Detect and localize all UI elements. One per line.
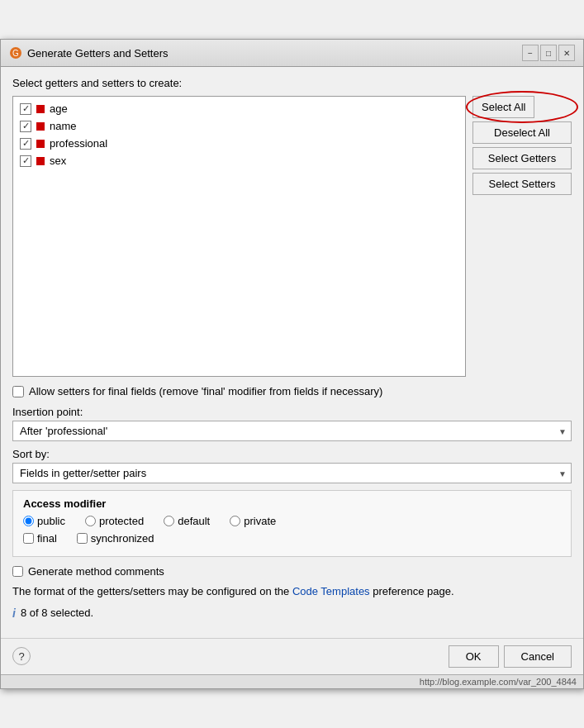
insertion-point-label: Insertion point: <box>12 406 572 418</box>
access-modifier-radios: public protected default private <box>23 515 561 527</box>
field-name-label: name <box>50 120 77 132</box>
radio-default-label: default <box>178 515 210 527</box>
field-name-label: sex <box>50 155 66 167</box>
radio-public-label: public <box>37 515 65 527</box>
radio-private: private <box>230 515 276 527</box>
close-button[interactable]: ✕ <box>558 45 575 61</box>
svg-text:G: G <box>12 49 19 58</box>
sort-by-select[interactable]: Fields in getter/setter pairsGetter/sett… <box>12 463 572 483</box>
insertion-point-wrapper: After 'professional'After last fieldBefo… <box>12 421 572 441</box>
status-count: 8 of 8 selected. <box>21 607 93 619</box>
section-label: Select getters and setters to create: <box>12 77 572 89</box>
field-type-icon <box>36 157 45 165</box>
select-all-button[interactable]: Select All <box>472 96 534 118</box>
main-content: agenameprofessionalsex Select All Desele… <box>12 96 572 377</box>
final-label: final <box>37 532 57 545</box>
radio-private-input[interactable] <box>230 516 240 526</box>
buttons-panel: Select All Deselect All Select Getters S… <box>472 96 572 377</box>
footer-left: ? <box>12 647 31 665</box>
insertion-point-select[interactable]: After 'professional'After last fieldBefo… <box>12 421 572 441</box>
select-setters-button[interactable]: Select Setters <box>472 173 572 195</box>
dialog-body: Select getters and setters to create: ag… <box>1 67 583 637</box>
radio-protected: protected <box>85 515 144 527</box>
radio-private-label: private <box>244 515 276 527</box>
access-modifier-title: Access modifier <box>23 497 561 510</box>
field-checkbox[interactable] <box>20 121 31 132</box>
radio-public: public <box>23 515 65 527</box>
radio-public-input[interactable] <box>23 516 34 526</box>
code-templates-link[interactable]: Code Templates <box>292 585 370 597</box>
list-item[interactable]: sex <box>13 152 465 169</box>
info-text-before: The format of the getters/setters may be… <box>12 585 292 597</box>
generate-comments-label: Generate method comments <box>28 565 164 578</box>
dialog-footer: ? OK Cancel <box>1 638 583 674</box>
radio-default-input[interactable] <box>164 516 174 526</box>
field-checkbox[interactable] <box>20 155 31 167</box>
field-checkbox[interactable] <box>20 138 31 150</box>
radio-default: default <box>164 515 210 527</box>
status-info-row: i 8 of 8 selected. <box>12 607 572 620</box>
info-text-after: preference page. <box>370 585 454 597</box>
ok-button[interactable]: OK <box>449 645 499 668</box>
modifier-checkboxes: final synchronized <box>23 532 561 545</box>
generate-getters-setters-dialog: G Generate Getters and Setters − □ ✕ Sel… <box>0 39 584 688</box>
field-checkbox[interactable] <box>20 103 31 115</box>
select-all-wrapper: Select All <box>472 96 572 118</box>
info-icon: i <box>12 607 16 620</box>
status-bar: http://blog.example.com/var_200_4844 <box>1 674 583 688</box>
dialog-icon: G <box>9 46 22 59</box>
allow-setters-row: Allow setters for final fields (remove '… <box>12 385 572 397</box>
title-bar-controls: − □ ✕ <box>522 45 575 61</box>
allow-setters-checkbox[interactable] <box>12 386 24 397</box>
list-item[interactable]: professional <box>13 135 465 152</box>
field-type-icon <box>36 140 45 148</box>
title-bar: G Generate Getters and Setters − □ ✕ <box>1 40 583 67</box>
final-checkbox[interactable] <box>23 533 34 544</box>
field-name-label: professional <box>50 137 107 150</box>
field-type-icon <box>36 122 45 131</box>
list-item[interactable]: name <box>13 117 465 135</box>
deselect-all-button[interactable]: Deselect All <box>472 121 572 144</box>
sort-by-wrapper: Fields in getter/setter pairsGetter/sett… <box>12 463 572 483</box>
generate-comments-checkbox[interactable] <box>12 566 23 577</box>
sort-by-label: Sort by: <box>12 448 572 460</box>
radio-protected-label: protected <box>99 515 144 527</box>
minimize-button[interactable]: − <box>522 45 539 61</box>
synchronized-label: synchronized <box>91 532 154 545</box>
field-name-label: age <box>50 102 68 115</box>
list-item[interactable]: age <box>13 100 465 117</box>
footer-right: OK Cancel <box>449 645 572 668</box>
generate-comments-row: Generate method comments <box>12 565 572 578</box>
cancel-button[interactable]: Cancel <box>504 645 572 668</box>
fields-list[interactable]: agenameprofessionalsex <box>12 96 466 377</box>
final-checkbox-item: final <box>23 532 57 545</box>
dialog-title: Generate Getters and Setters <box>27 47 169 59</box>
info-text: The format of the getters/setters may be… <box>12 584 572 599</box>
title-bar-left: G Generate Getters and Setters <box>9 46 169 59</box>
field-type-icon <box>36 105 45 113</box>
select-getters-button[interactable]: Select Getters <box>472 147 572 169</box>
insertion-point-group: Insertion point: After 'professional'Aft… <box>12 406 572 441</box>
allow-setters-label: Allow setters for final fields (remove '… <box>29 385 382 397</box>
sort-by-group: Sort by: Fields in getter/setter pairsGe… <box>12 448 572 483</box>
synchronized-checkbox[interactable] <box>77 533 88 544</box>
maximize-button[interactable]: □ <box>540 45 557 61</box>
access-modifier-section: Access modifier public protected default… <box>12 490 572 557</box>
help-button[interactable]: ? <box>12 647 31 665</box>
synchronized-checkbox-item: synchronized <box>77 532 154 545</box>
radio-protected-input[interactable] <box>85 516 96 526</box>
